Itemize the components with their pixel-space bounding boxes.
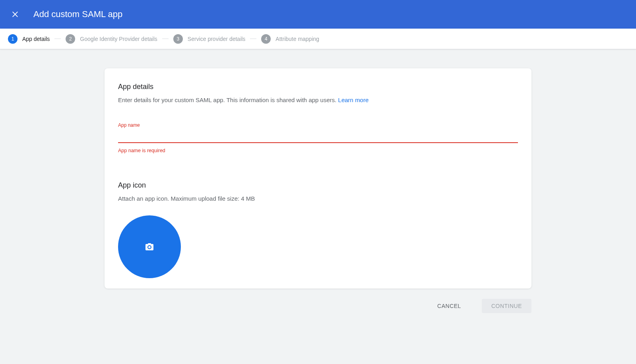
content-area: App details Enter details for your custo… — [0, 49, 636, 313]
app-details-card: App details Enter details for your custo… — [105, 68, 531, 288]
cancel-button[interactable]: Cancel — [428, 299, 471, 313]
description-text: Enter details for your custom SAML app. … — [118, 97, 338, 103]
section-title-app-details: App details — [118, 83, 518, 91]
step-1-circle: 1 — [8, 34, 17, 44]
step-connector — [54, 39, 61, 39]
step-connector — [162, 39, 169, 39]
modal-header: Add custom SAML app — [0, 0, 636, 29]
app-icon-upload-button[interactable] — [118, 215, 181, 278]
step-4-label: Attribute mapping — [275, 36, 319, 42]
close-button[interactable] — [8, 7, 22, 21]
app-name-error: App name is required — [118, 148, 518, 153]
modal-title: Add custom SAML app — [33, 9, 122, 19]
button-row: Cancel Continue — [105, 299, 531, 313]
learn-more-link[interactable]: Learn more — [338, 97, 369, 103]
step-connector — [250, 39, 256, 39]
step-2: 2 Google Identity Provider details — [66, 34, 157, 44]
section-title-app-icon: App icon — [118, 181, 518, 190]
step-1-label: App details — [22, 36, 50, 42]
app-name-label: App name — [118, 122, 518, 128]
step-1[interactable]: 1 App details — [8, 34, 50, 44]
section-description-app-icon: Attach an app icon. Maximum upload file … — [118, 195, 518, 202]
section-description-app-details: Enter details for your custom SAML app. … — [118, 97, 518, 103]
step-3-label: Service provider details — [188, 36, 246, 42]
continue-button[interactable]: Continue — [482, 299, 531, 313]
app-name-input[interactable] — [118, 130, 518, 143]
step-2-circle: 2 — [66, 34, 75, 44]
close-icon — [11, 10, 19, 18]
step-3-circle: 3 — [173, 34, 183, 44]
camera-icon — [145, 242, 154, 252]
step-4: 4 Attribute mapping — [261, 34, 319, 44]
step-4-circle: 4 — [261, 34, 271, 44]
step-2-label: Google Identity Provider details — [80, 36, 157, 42]
stepper: 1 App details 2 Google Identity Provider… — [0, 29, 636, 49]
step-3: 3 Service provider details — [173, 34, 246, 44]
